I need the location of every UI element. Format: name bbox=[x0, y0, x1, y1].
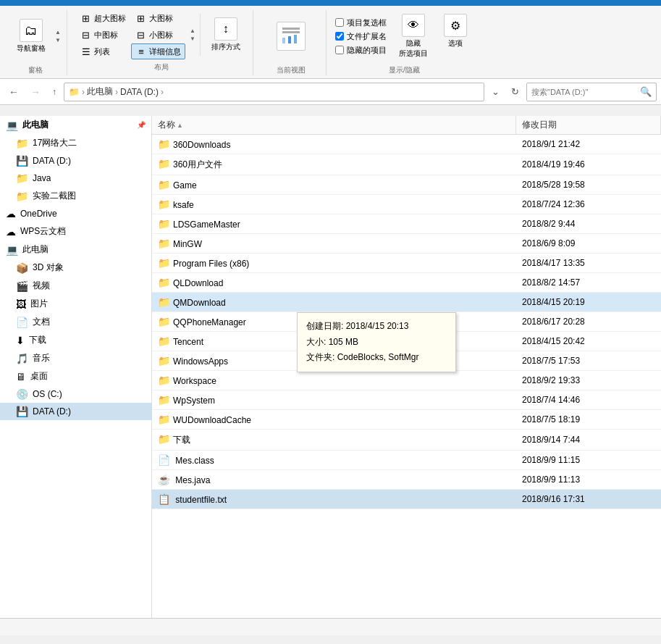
pictures-icon: 🖼 bbox=[16, 298, 26, 310]
hide-selected-button[interactable]: 👁 隐藏 所选项目 bbox=[392, 10, 434, 62]
sidebar-item-computer-top[interactable]: 💻 此电脑 📌 bbox=[0, 116, 151, 134]
sidebar-item-pictures[interactable]: 🖼 图片 bbox=[0, 295, 151, 313]
ribbon-group-label-layout: 布局 bbox=[154, 62, 169, 72]
video-icon: 🎬 bbox=[16, 280, 28, 292]
music-icon: 🎵 bbox=[16, 353, 28, 364]
table-row[interactable]: 📁360用户文件 2018/4/19 19:46 bbox=[152, 154, 661, 175]
main-layout: 💻 此电脑 📌 📁 17网络大二 💾 DATA (D:) 📁 Java 📁 实验… bbox=[0, 116, 661, 618]
table-row[interactable]: 📁Game 2018/5/28 19:58 bbox=[152, 175, 661, 195]
hidden-items-option[interactable]: 隐藏的项目 bbox=[335, 44, 387, 57]
ribbon-group-label-pane: 窗格 bbox=[28, 65, 43, 75]
sidebar-item-os-c[interactable]: 💿 OS (C:) bbox=[0, 385, 151, 403]
table-row-qmdownload[interactable]: 📁QMDownload 2018/4/15 20:19 bbox=[152, 293, 661, 312]
medium-icons-btn[interactable]: ⊟中图标 bbox=[76, 27, 130, 43]
table-row-studentfile[interactable]: 📋 studentfile.txt 2018/9/16 17:31 bbox=[152, 490, 661, 509]
computer-icon: 💻 bbox=[6, 120, 18, 131]
hidden-items-input[interactable] bbox=[335, 46, 344, 54]
file-ext-option[interactable]: 文件扩展名 bbox=[335, 30, 387, 43]
file-ext-input[interactable] bbox=[335, 32, 344, 41]
sidebar-item-data-d[interactable]: 💾 DATA (D:) bbox=[0, 152, 151, 170]
ribbon-group-window-pane: 🗂 导航窗格 ▲ ▼ 窗格 bbox=[7, 10, 67, 75]
dropdown-button[interactable]: ⌄ bbox=[487, 84, 504, 99]
search-button[interactable]: 🔍 bbox=[640, 86, 652, 97]
file-list: 名称 ▲ 修改日期 📁360Downloads 2018/9/1 21:42 📁… bbox=[152, 116, 661, 618]
item-checkbox-option[interactable]: 项目复选框 bbox=[335, 17, 387, 29]
svg-rect-3 bbox=[282, 38, 285, 43]
3d-icon: 📦 bbox=[16, 262, 28, 274]
table-row[interactable]: 📁MinGW 2018/6/9 8:09 bbox=[152, 234, 661, 254]
item-checkbox-input[interactable] bbox=[335, 18, 344, 27]
svg-rect-2 bbox=[288, 36, 291, 43]
wps-icon: ☁ bbox=[6, 226, 16, 238]
svg-rect-1 bbox=[282, 31, 300, 33]
col-header-name[interactable]: 名称 ▲ bbox=[152, 116, 516, 134]
folder-icon-2: 📁 bbox=[16, 191, 28, 202]
folder-icon-0: 📁 bbox=[16, 138, 28, 149]
up-button[interactable]: ↑ bbox=[48, 85, 61, 99]
table-row[interactable]: 📁Program Files (x86) 2018/4/17 13:35 bbox=[152, 254, 661, 273]
sidebar-item-network[interactable]: 📁 17网络大二 bbox=[0, 134, 151, 152]
table-row-mes-class[interactable]: 📄 Mes.class 2018/9/9 11:15 bbox=[152, 451, 661, 470]
sidebar: 💻 此电脑 📌 📁 17网络大二 💾 DATA (D:) 📁 Java 📁 实验… bbox=[0, 116, 152, 618]
sidebar-item-wps[interactable]: ☁ WPS云文档 bbox=[0, 222, 151, 241]
sidebar-item-this-pc[interactable]: 💻 此电脑 bbox=[0, 241, 151, 259]
col-header-date[interactable]: 修改日期 bbox=[516, 116, 661, 134]
ribbon-group-current-view: 当前视图 bbox=[259, 10, 327, 75]
sidebar-item-documents[interactable]: 📄 文档 bbox=[0, 313, 151, 331]
os-c-icon: 💿 bbox=[16, 388, 28, 400]
table-row-mes-java[interactable]: ☕ Mes.java 2018/9/9 11:13 bbox=[152, 470, 661, 490]
search-box[interactable]: 🔍 bbox=[526, 83, 657, 101]
computer-icon-2: 💻 bbox=[6, 244, 18, 256]
options-button[interactable]: ⚙ 选项 bbox=[437, 10, 473, 62]
svg-rect-4 bbox=[294, 35, 297, 43]
downloads-icon: ⬇ bbox=[16, 335, 25, 346]
sidebar-item-java[interactable]: 📁 Java bbox=[0, 170, 151, 187]
ribbon: 🗂 导航窗格 ▲ ▼ 窗格 ⊞超大图标 bbox=[0, 0, 661, 116]
search-input[interactable] bbox=[531, 88, 640, 96]
address-bar: ← → ↑ 📁 › 此电脑 › DATA (D:) › ⌄ ↻ 🔍 bbox=[0, 79, 661, 105]
table-row[interactable]: 📁WUDownloadCache 2018/7/5 18:19 bbox=[152, 410, 661, 430]
table-row[interactable]: 📁WindowsApps 2018/7/5 17:53 bbox=[152, 351, 661, 371]
table-row[interactable]: 📁360Downloads 2018/9/1 21:42 bbox=[152, 135, 661, 154]
folder-icon-1: 📁 bbox=[16, 172, 28, 184]
sidebar-item-screenshot[interactable]: 📁 实验二截图 bbox=[0, 187, 151, 205]
large-icons-btn[interactable]: ⊞大图标 bbox=[131, 10, 185, 26]
table-row[interactable]: 📁QLDownload 2018/8/2 14:57 bbox=[152, 273, 661, 293]
extra-large-icons-btn[interactable]: ⊞超大图标 bbox=[76, 10, 130, 26]
data-d-icon: 💾 bbox=[16, 406, 28, 417]
table-row[interactable]: 📁QQPhoneManager 2018/6/17 20:28 创建日期: 20… bbox=[152, 312, 661, 332]
sidebar-item-onedrive[interactable]: ☁ OneDrive bbox=[0, 205, 151, 222]
sidebar-item-3d[interactable]: 📦 3D 对象 bbox=[0, 259, 151, 277]
status-bar bbox=[0, 618, 661, 635]
nav-pane-button[interactable]: 🗂 导航窗格 bbox=[10, 15, 52, 57]
sidebar-item-data-d-2[interactable]: 💾 DATA (D:) bbox=[0, 403, 151, 420]
refresh-button[interactable]: ↻ bbox=[507, 84, 523, 99]
details-btn[interactable]: ≡详细信息 bbox=[131, 43, 185, 59]
table-row-workspace[interactable]: 📁Workspace 2018/9/2 19:33 bbox=[152, 371, 661, 390]
table-row[interactable]: 📁ksafe 2018/7/24 12:36 bbox=[152, 195, 661, 214]
forward-button[interactable]: → bbox=[26, 84, 45, 100]
sidebar-item-downloads[interactable]: ⬇ 下载 bbox=[0, 331, 151, 349]
ribbon-group-label-view: 当前视图 bbox=[277, 65, 306, 75]
layout-scroll[interactable]: ▲ ▼ bbox=[190, 27, 195, 43]
file-list-header: 名称 ▲ 修改日期 bbox=[152, 116, 661, 135]
desktop-icon: 🖥 bbox=[16, 371, 26, 382]
back-button[interactable]: ← bbox=[4, 84, 23, 100]
table-row[interactable]: 📁Tencent 2018/4/15 20:42 bbox=[152, 332, 661, 351]
drive-icon-0: 💾 bbox=[16, 155, 28, 167]
small-icons-btn[interactable]: ⊟小图标 bbox=[131, 27, 185, 43]
table-row[interactable]: 📁WpSystem 2018/7/4 14:46 bbox=[152, 390, 661, 410]
sort-by-button[interactable]: ↕ 排序方式 bbox=[205, 14, 247, 56]
sidebar-item-video[interactable]: 🎬 视频 bbox=[0, 277, 151, 295]
table-row[interactable]: 📁LDSGameMaster 2018/8/2 9:44 bbox=[152, 214, 661, 234]
sidebar-item-desktop[interactable]: 🖥 桌面 bbox=[0, 367, 151, 385]
ribbon-scroll-arrows[interactable]: ▲ ▼ bbox=[55, 28, 61, 44]
ribbon-group-label-show-hide: 显示/隐藏 bbox=[389, 65, 420, 75]
list-btn[interactable]: ☰列表 bbox=[76, 43, 130, 59]
table-row[interactable]: 📁下载 2018/9/14 7:44 bbox=[152, 430, 661, 451]
onedrive-icon: ☁ bbox=[6, 208, 16, 219]
sidebar-item-music[interactable]: 🎵 音乐 bbox=[0, 349, 151, 367]
ribbon-group-show-hide: 项目复选框 文件扩展名 隐藏的项目 bbox=[332, 10, 479, 75]
address-path[interactable]: 📁 › 此电脑 › DATA (D:) › bbox=[64, 83, 484, 101]
ribbon-group-layout: ⊞超大图标 ⊞大图标 ⊟中图标 ⊟小图标 ☰列表 bbox=[73, 10, 253, 75]
